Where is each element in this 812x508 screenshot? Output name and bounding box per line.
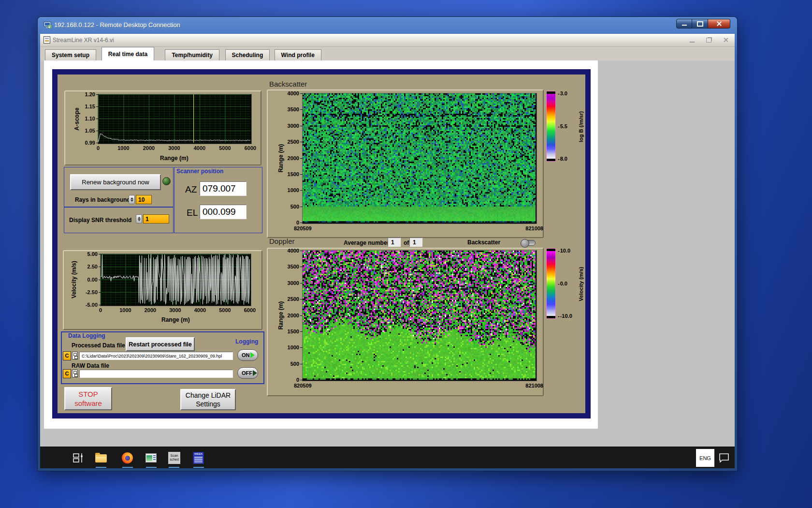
velocity-xtick: 0	[88, 307, 113, 313]
labview-vi-icon	[44, 36, 50, 44]
rdp-titlebar[interactable]: 192.168.0.122 - Remote Desktop Connectio…	[38, 17, 737, 34]
velocity-xtick: 2000	[138, 307, 163, 313]
scan-scheduler-icon[interactable]: Scansched	[168, 452, 180, 464]
velocity-xlabel: Range (m)	[161, 316, 190, 323]
velocity-xtick: 3000	[163, 307, 188, 313]
language-indicator[interactable]: ENG	[696, 449, 714, 467]
renew-led-indicator	[162, 177, 171, 185]
ascope-xtick: 0	[86, 145, 111, 151]
az-value-field[interactable]: 079.007	[200, 181, 246, 196]
rdp-computer-icon	[44, 21, 52, 31]
backscatter-ytick: 0	[280, 220, 299, 225]
tab-wind-profile[interactable]: Wind profile	[275, 49, 321, 60]
rdp-close-button[interactable]	[708, 19, 730, 29]
app-titlebar[interactable]: StreamLine XR v14-6.vi	[40, 34, 735, 47]
action-center-icon[interactable]	[719, 453, 729, 464]
stop-line1: STOP	[78, 389, 98, 399]
app-minimize-icon[interactable]	[690, 42, 695, 43]
stop-software-button[interactable]: STOP software	[64, 387, 112, 410]
processed-logging-on-toggle[interactable]: ON	[237, 349, 258, 361]
backscatter-colorbar-label: 5.5	[558, 123, 567, 129]
backscatter-ytick: 2000	[280, 155, 299, 161]
app-close-icon[interactable]	[723, 37, 729, 43]
processed-data-file-label: Processed Data file	[72, 342, 125, 349]
app-window-icon[interactable]	[145, 453, 157, 463]
velocity-ytick: -2.50	[78, 289, 98, 295]
backscatter-plot	[302, 93, 537, 224]
running-indicator	[146, 467, 157, 468]
doppler-plot	[302, 250, 537, 381]
snr-value-field[interactable]: 1	[143, 214, 169, 224]
tab-temp-humidity[interactable]: Temp/humidity	[165, 49, 219, 60]
doppler-ytick: 2500	[280, 296, 299, 302]
el-value-field[interactable]: 000.099	[200, 205, 246, 219]
velocity-xtick: 5000	[213, 307, 238, 313]
ascope-plot	[98, 94, 252, 144]
ascope-xtick: 6000	[238, 145, 263, 151]
backscatter-ytick: 1000	[280, 187, 299, 193]
doppler-ytick: 3000	[280, 280, 299, 286]
ascope-xtick: 1000	[111, 145, 136, 151]
backscatter-toggle-label: Backscatter	[467, 239, 500, 246]
snr-spinner[interactable]	[136, 214, 142, 224]
backscatter-colorbar-label: 8.0	[558, 156, 567, 162]
ascope-xtick: 5000	[213, 145, 238, 151]
rdp-maximize-button[interactable]	[692, 19, 708, 29]
scanner-position-box	[174, 167, 262, 233]
scanner-position-title: Scanner position	[176, 168, 223, 175]
velocity-ytick: 5.00	[78, 251, 98, 257]
average-number-label: Average number	[344, 239, 389, 246]
ascope-xtick: 4000	[187, 145, 212, 151]
velocity-ytick: 2.50	[78, 264, 98, 269]
display-snr-threshold-label: Display SNR threshold	[69, 217, 131, 224]
velocity-plot	[100, 254, 251, 306]
raw-data-file-label: RAW Data file	[72, 362, 109, 369]
doppler-colorbar-label: 0.0	[558, 281, 567, 286]
rays-spinner[interactable]	[129, 195, 135, 204]
desktop: { "rdp": { "title": "192.168.0.122 - Rem…	[0, 0, 812, 508]
doppler-ytick: 500	[280, 361, 299, 367]
change-lidar-settings-button[interactable]: Change LiDAR Settings	[180, 389, 236, 410]
task-view-icon[interactable]	[72, 452, 84, 465]
on-label: ON	[242, 352, 250, 358]
doppler-x-end: 821008	[507, 383, 543, 388]
off-label: OFF	[242, 370, 252, 376]
running-indicator	[122, 467, 133, 468]
backscatter-colorbar	[546, 91, 556, 162]
renew-background-button[interactable]: Renew background now	[70, 174, 161, 190]
processed-drive-button[interactable]: C	[63, 351, 71, 360]
ascope-ytick: 1.20	[76, 91, 95, 97]
backscatter-toggle-switch[interactable]	[521, 240, 536, 246]
remote-desktop: StreamLine XR v14-6.vi System setupReal …	[40, 34, 735, 468]
doppler-ytick: 1000	[280, 344, 299, 350]
app-restore-icon[interactable]	[706, 38, 711, 43]
raw-drive-button[interactable]: C	[63, 369, 71, 378]
firefox-icon[interactable]	[122, 452, 133, 463]
raw-path-field[interactable]	[79, 370, 233, 378]
restart-processed-file-button[interactable]: Restart processed file	[126, 337, 195, 351]
backscatter-x-end: 821008	[507, 225, 543, 231]
ascope-xlabel: Range (m)	[160, 155, 188, 162]
raw-logging-off-toggle[interactable]: OFF	[237, 367, 258, 379]
backscatter-ytick: 3500	[280, 106, 299, 112]
backscatter-colorbar-label: 3.0	[558, 90, 567, 96]
rays-value-field[interactable]: 10	[136, 195, 152, 204]
rdp-minimize-button[interactable]	[676, 19, 692, 29]
raw-browse-icon[interactable]	[72, 370, 78, 377]
week-schedule-icon[interactable]: WEEK	[193, 452, 204, 464]
app-title: StreamLine XR v14-6.vi	[53, 37, 114, 44]
file-explorer-icon[interactable]	[95, 454, 107, 463]
tab-scheduling[interactable]: Scheduling	[225, 49, 270, 60]
change-line1: Change LiDAR	[186, 391, 231, 400]
el-label: EL	[187, 208, 198, 218]
processed-browse-icon[interactable]	[72, 352, 78, 359]
average-count-field[interactable]: 1	[409, 238, 422, 247]
velocity-xtick: 6000	[237, 307, 262, 313]
tab-real-time-data[interactable]: Real time data	[102, 47, 154, 60]
tab-system-setup[interactable]: System setup	[45, 49, 96, 60]
backscatter-ytick: 2500	[280, 139, 299, 145]
processed-path-field[interactable]: C:\Lidar\Data\Proc\2023\202309\20230909\…	[79, 352, 233, 360]
average-number-field[interactable]: 1	[388, 238, 401, 247]
doppler-colorbar-label: 10.0	[558, 248, 570, 254]
velocity-ylabel: Velocity (m/s)	[71, 261, 77, 298]
